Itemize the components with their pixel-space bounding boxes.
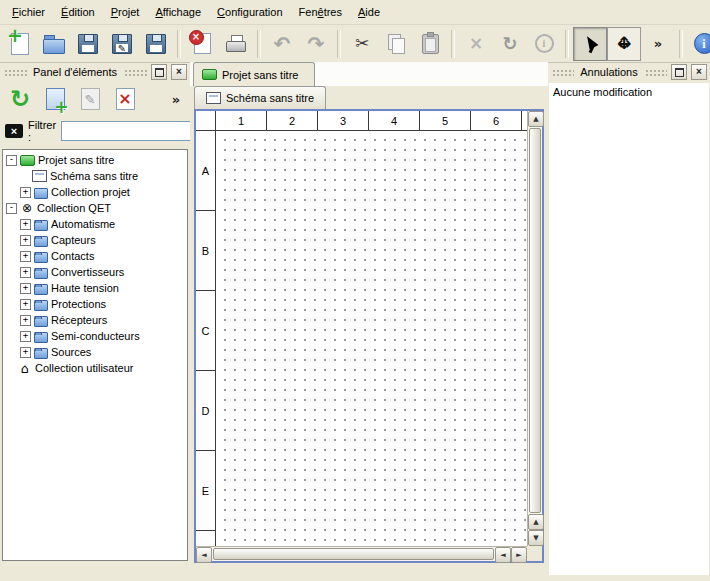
schema-hscrollbar[interactable]: ◄◄► [196,546,527,561]
elements-panel-titlebar[interactable]: Panel d'éléments × [0,62,190,81]
toolbar-separator [177,30,181,58]
elements-panel-title: Panel d'éléments [31,66,119,78]
tree-item[interactable]: ⌂Collection utilisateur [3,360,187,376]
tree-item[interactable]: Schéma sans titre [3,168,187,184]
menu-bar: FichierÉditionProjetAffichageConfigurati… [0,0,710,25]
collapse-icon[interactable]: - [6,155,17,166]
tree-item[interactable]: +Semi-conducteurs [3,328,187,344]
expand-icon[interactable]: + [20,235,31,246]
float-undo-panel-button[interactable] [671,64,687,80]
redo-button[interactable]: ↷ [299,27,333,61]
schema-canvas[interactable] [216,131,527,546]
ruler-column-label: 6 [471,111,522,130]
scroll-left-button[interactable]: ◄ [196,547,212,563]
clear-filter-icon[interactable] [5,124,23,138]
expand-icon[interactable]: + [20,187,31,198]
scroll-right-button[interactable]: ► [511,547,527,563]
menu-edition[interactable]: Édition [53,2,103,22]
tree-item[interactable]: +Contacts [3,248,187,264]
el-edit-icon [81,88,100,110]
dock-grip[interactable] [123,68,147,76]
toolbar-separator [451,30,455,58]
el-new-icon [46,88,65,110]
element-tree: -Projet sans titreSchéma sans titre+Coll… [2,149,188,561]
menu-fenetres[interactable]: Fenêtres [291,2,350,22]
tree-item[interactable]: -Projet sans titre [3,152,187,168]
panel-toolbar: ↻» [0,81,190,117]
delete-element-button[interactable] [109,83,141,115]
scroll-up-button-alt[interactable]: ▲ [528,514,544,530]
close-undo-panel-button[interactable]: × [691,64,707,80]
new-project-button[interactable] [3,27,37,61]
delete-button[interactable]: × [459,27,493,61]
menu-fichier[interactable]: Fichier [4,2,53,22]
copy-button[interactable] [379,27,413,61]
ruler-rows: ABCDE [196,131,216,546]
expand-icon[interactable]: + [20,219,31,230]
main-toolbar: ↶↷✂×↻» [0,25,710,63]
expand-icon[interactable]: + [20,283,31,294]
project-tabbar: Projet sans titre [190,62,548,87]
expand-icon[interactable]: + [20,299,31,310]
scroll-up-button[interactable]: ▲ [528,111,544,127]
dock-grip[interactable] [3,68,27,76]
edit-element-button[interactable] [74,83,106,115]
expand-icon[interactable]: + [20,251,31,262]
paste-button[interactable] [413,27,447,61]
tree-item[interactable]: +Capteurs [3,232,187,248]
menu-configuration[interactable]: Configuration [209,2,290,22]
tree-item[interactable]: +Convertisseurs [3,264,187,280]
horizontal-scrollbar-thumb[interactable] [213,548,494,560]
filter-row: Filtrer : [0,117,190,145]
vertical-scrollbar-thumb[interactable] [529,128,541,513]
save-button[interactable] [71,27,105,61]
save-all-button[interactable] [139,27,173,61]
save-as-button[interactable] [105,27,139,61]
menu-affichage[interactable]: Affichage [147,2,209,22]
save-all-icon [146,34,166,54]
menu-aide[interactable]: Aide [350,2,388,22]
open-project-button[interactable] [37,27,71,61]
info-button[interactable] [527,27,561,61]
about-qet-button[interactable] [687,27,710,61]
tree-item[interactable]: +Collection projet [3,184,187,200]
undo-panel-titlebar[interactable]: Annulations × [548,62,710,81]
tree-item[interactable]: +Automatisme [3,216,187,232]
rotate-button[interactable]: ↻ [493,27,527,61]
move-tool-button[interactable] [607,27,641,61]
expand-icon[interactable]: + [20,347,31,358]
undo-button[interactable]: ↶ [265,27,299,61]
undo-list[interactable]: Aucune modification [549,83,709,575]
select-tool-button[interactable] [573,27,607,61]
menu-projet[interactable]: Projet [103,2,148,22]
tree-item[interactable]: +Protections [3,296,187,312]
toolbar-separator [337,30,341,58]
schema-vscrollbar[interactable]: ▲▲▼ [527,111,542,546]
close-panel-button[interactable]: × [171,64,187,80]
new-element-button[interactable] [39,83,71,115]
panel-overflow-button[interactable]: » [166,83,186,115]
filter-input[interactable] [61,121,209,141]
cut-button[interactable]: ✂ [345,27,379,61]
tree-item[interactable]: +Récepteurs [3,312,187,328]
scroll-down-button[interactable]: ▼ [528,530,544,546]
el-del-icon [116,88,135,110]
float-panel-button[interactable] [151,64,167,80]
tree-item[interactable]: -⊗Collection QET [3,200,187,216]
expand-icon[interactable]: + [20,267,31,278]
reload-collections-button[interactable]: ↻ [4,83,36,115]
expand-icon[interactable]: + [20,331,31,342]
tab-schema-sans-titre[interactable]: Schéma sans titre [194,86,326,109]
print-button[interactable] [219,27,253,61]
dock-grip[interactable] [551,68,574,76]
toolbar-overflow-button[interactable]: » [641,27,675,61]
tree-item[interactable]: +Sources [3,344,187,360]
close-file-button[interactable] [185,27,219,61]
scroll-left-button-alt[interactable]: ◄ [495,547,511,563]
schema-view: 123456 ABCDE ▲▲▼ ◄◄► [194,109,544,563]
tree-item[interactable]: +Haute tension [3,280,187,296]
expand-icon[interactable]: + [20,315,31,326]
collapse-icon[interactable]: - [6,203,17,214]
dock-grip[interactable] [644,68,667,76]
tab-project-sans-titre[interactable]: Projet sans titre [193,62,315,86]
